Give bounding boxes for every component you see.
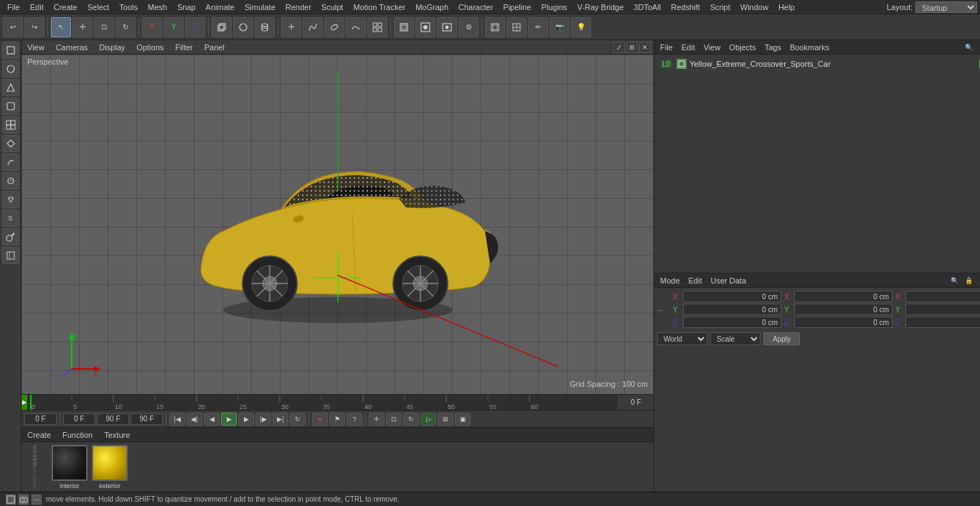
- ls-tool-4[interactable]: [2, 116, 19, 133]
- autokey-button[interactable]: ⚑: [329, 413, 345, 426]
- status-icon-render[interactable]: [6, 495, 16, 505]
- box-button[interactable]: ⊡: [386, 413, 402, 426]
- menu-mesh[interactable]: Mesh: [143, 1, 171, 13]
- menu-edit[interactable]: Edit: [26, 1, 48, 13]
- y-axis-button[interactable]: Y: [164, 17, 184, 37]
- apply-button[interactable]: Apply: [763, 332, 800, 345]
- select-tool-button[interactable]: ↖: [51, 17, 71, 37]
- menu-file[interactable]: File: [3, 1, 24, 13]
- vp-menu-view[interactable]: View: [24, 43, 47, 52]
- move-tool-button[interactable]: ✛: [72, 17, 93, 37]
- ls-tool-6[interactable]: [2, 154, 19, 171]
- vp-menu-display[interactable]: Display: [96, 43, 128, 52]
- vp-menu-cameras[interactable]: Cameras: [53, 43, 91, 52]
- om-tags-button[interactable]: Tags: [762, 43, 784, 52]
- menu-pipeline[interactable]: Pipeline: [499, 1, 535, 13]
- ls-tool-2[interactable]: [2, 79, 19, 96]
- attr-pin-button[interactable]: 📌: [976, 275, 980, 286]
- next-frame-button[interactable]: ▶: [238, 413, 254, 426]
- menu-sculpt[interactable]: Sculpt: [317, 1, 348, 13]
- mat-function-button[interactable]: Function: [60, 431, 95, 439]
- attr-userdata-button[interactable]: User Data: [708, 276, 750, 285]
- rot-z-input[interactable]: [794, 317, 892, 328]
- menu-select[interactable]: Select: [83, 1, 114, 13]
- material-exterior[interactable]: exterior: [92, 445, 128, 489]
- pen-tool-button[interactable]: ✏: [528, 17, 548, 37]
- vp-maximize-button[interactable]: ⤢: [613, 42, 625, 53]
- prev-frame-button[interactable]: ◀: [204, 413, 220, 426]
- play-fwd-button[interactable]: ▷: [420, 413, 436, 426]
- add-button[interactable]: ✛: [281, 17, 301, 37]
- vp-close-button[interactable]: ✕: [639, 42, 651, 53]
- record-button[interactable]: ●: [312, 413, 328, 426]
- menu-character[interactable]: Character: [454, 1, 497, 13]
- menu-create[interactable]: Create: [50, 1, 82, 13]
- deformer-button[interactable]: [346, 17, 366, 37]
- next-key-button[interactable]: |▶: [255, 413, 271, 426]
- preview-end-input[interactable]: [97, 413, 129, 425]
- help-button[interactable]: ?: [347, 413, 362, 426]
- om-edit-button[interactable]: Edit: [679, 43, 698, 52]
- mat-create-button[interactable]: Create: [24, 431, 54, 439]
- render-pb-button[interactable]: ▣: [455, 413, 471, 426]
- status-icon-minimize[interactable]: —: [32, 495, 42, 505]
- loop-button[interactable]: ↻: [290, 413, 306, 426]
- menu-3dtoall[interactable]: 3DToAll: [629, 1, 665, 13]
- cube-button[interactable]: [212, 17, 232, 37]
- sphere-button[interactable]: [233, 17, 253, 37]
- attr-edit-button[interactable]: Edit: [686, 276, 705, 285]
- attr-mode-button[interactable]: Mode: [657, 276, 683, 285]
- menu-simulate[interactable]: Simulate: [240, 1, 280, 13]
- prev-key-button[interactable]: ◀|: [187, 413, 202, 426]
- world-space-dropdown[interactable]: World Object: [657, 332, 707, 345]
- preview-start-input[interactable]: [63, 413, 95, 425]
- menu-help[interactable]: Help: [774, 1, 799, 13]
- ls-tool-10[interactable]: [2, 228, 19, 245]
- start-frame-input[interactable]: [24, 413, 57, 425]
- menu-animate[interactable]: Animate: [202, 1, 239, 13]
- goto-start-button[interactable]: |◀: [169, 413, 185, 426]
- top-view-button[interactable]: [507, 17, 527, 37]
- ls-tool-8[interactable]: [2, 191, 19, 208]
- menu-snap[interactable]: Snap: [173, 1, 200, 13]
- z-axis-button[interactable]: Z: [185, 17, 205, 37]
- ls-tool-5[interactable]: [2, 135, 19, 152]
- redo-button[interactable]: ↪: [24, 17, 44, 37]
- ls-tool-9[interactable]: S: [2, 210, 19, 227]
- scale-dropdown[interactable]: Scale Uniform: [710, 332, 760, 345]
- status-icon-camera[interactable]: [19, 495, 29, 505]
- vp-menu-options[interactable]: Options: [133, 43, 166, 52]
- spline-button[interactable]: [303, 17, 323, 37]
- sc-z-input[interactable]: [905, 317, 980, 328]
- rotate-pb-button[interactable]: ↻: [403, 413, 419, 426]
- sc-x-input[interactable]: [905, 291, 980, 302]
- mat-texture-button[interactable]: Texture: [101, 431, 133, 439]
- vp-menu-filter[interactable]: Filter: [172, 43, 195, 52]
- vp-menu-panel[interactable]: Panel: [202, 43, 227, 52]
- om-file-button[interactable]: File: [657, 43, 676, 52]
- viewport-3d[interactable]: Perspective: [22, 55, 654, 394]
- pos-z-input[interactable]: [683, 317, 781, 328]
- perspective-view-button[interactable]: [485, 17, 505, 37]
- material-interior[interactable]: interior: [52, 445, 88, 489]
- om-view-button[interactable]: View: [701, 43, 724, 52]
- rot-y-input[interactable]: [794, 304, 892, 315]
- undo-button[interactable]: ↩: [3, 17, 23, 37]
- vp-layout-button[interactable]: ⊞: [626, 42, 638, 53]
- ls-tool-11[interactable]: [2, 247, 19, 264]
- menu-vray[interactable]: V-Ray Bridge: [573, 1, 628, 13]
- menu-mograph[interactable]: MoGraph: [411, 1, 453, 13]
- end-frame-input[interactable]: [131, 413, 163, 425]
- ls-tool-0[interactable]: [2, 42, 19, 59]
- goto-end-button[interactable]: ▶|: [273, 413, 288, 426]
- attr-search-button[interactable]: 🔍: [948, 275, 961, 286]
- om-bookmarks-button[interactable]: Bookmarks: [787, 43, 832, 52]
- layout-dropdown[interactable]: Startup Standard BP UV Edit: [915, 1, 977, 13]
- ls-tool-1[interactable]: [2, 60, 19, 78]
- sc-y-input[interactable]: [905, 304, 980, 315]
- object-item-car[interactable]: L0 Yellow_Extreme_Crossover_Sports_Car: [657, 57, 980, 70]
- nurbs-button[interactable]: [324, 17, 344, 37]
- ls-tool-7[interactable]: [2, 172, 19, 189]
- grid-button[interactable]: ⊞: [438, 413, 453, 426]
- menu-plugins[interactable]: Plugins: [537, 1, 571, 13]
